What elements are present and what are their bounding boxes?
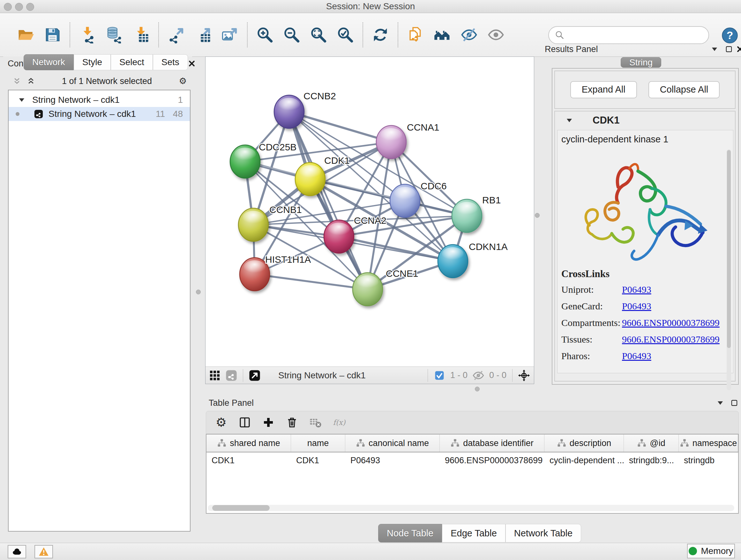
open-file-icon[interactable] <box>17 26 35 44</box>
node-CCNE1[interactable] <box>353 273 383 306</box>
help-button[interactable]: ? <box>721 27 738 44</box>
cell[interactable]: cyclin-dependent ... <box>544 455 624 465</box>
tab-string[interactable]: String <box>621 57 661 68</box>
import-network-icon[interactable] <box>78 26 96 44</box>
table-gear-icon[interactable]: ⚙ <box>214 415 228 430</box>
collapse-all-button[interactable]: Collapse All <box>649 81 720 98</box>
tab-sets[interactable]: Sets <box>153 54 188 70</box>
node-RB1[interactable] <box>452 199 482 233</box>
cell[interactable]: 9606.ENSP00000378699 <box>440 455 544 465</box>
crosslink-value-link[interactable]: 9606.ENSP00000378699 <box>622 334 720 345</box>
crosslinks-title: CrossLinks <box>561 268 720 280</box>
network-options-gear-icon[interactable]: ⚙ <box>178 76 188 86</box>
selected-checkbox-icon[interactable] <box>433 369 446 382</box>
column-header-name[interactable]: name <box>291 435 345 452</box>
results-menu-icon[interactable] <box>709 44 720 55</box>
zoom-out-icon[interactable] <box>283 26 300 44</box>
node-CCNA1[interactable] <box>376 125 406 159</box>
node-CDKN1A[interactable] <box>438 245 468 278</box>
tab-node-table[interactable]: Node Table <box>378 524 442 543</box>
right-splitter-handle[interactable] <box>535 213 540 218</box>
fit-content-crosshair-icon[interactable] <box>517 369 531 382</box>
expand-all-button[interactable]: Expand All <box>570 81 637 98</box>
crosslink-value-link[interactable]: 9606.ENSP00000378699 <box>622 317 720 328</box>
clone-network-icon[interactable] <box>407 26 424 44</box>
crosslink-value-link[interactable]: P06493 <box>622 351 720 361</box>
cloud-button[interactable] <box>8 545 26 558</box>
refresh-layout-icon[interactable] <box>372 26 389 44</box>
network-view[interactable]: CCNB2CCNA1CDC25BCDK1CDC6RB1CCNB1CCNA2CDK… <box>205 57 534 384</box>
tab-select[interactable]: Select <box>111 54 153 70</box>
collapse-collection-icon[interactable] <box>17 95 26 105</box>
hide-selected-icon[interactable] <box>460 26 478 44</box>
node-CDC6[interactable] <box>390 184 420 217</box>
table-plus-icon[interactable] <box>261 415 276 430</box>
table-float-icon[interactable] <box>729 397 740 408</box>
node-CCNB2[interactable] <box>274 95 304 128</box>
table-horizontal-scrollbar[interactable] <box>208 505 734 511</box>
import-database-icon[interactable] <box>105 26 123 44</box>
column-header-canonical-name[interactable]: canonical name <box>345 435 440 452</box>
table-close-icon[interactable] <box>740 397 741 408</box>
export-network-icon[interactable] <box>167 26 185 44</box>
node-CCNA2[interactable] <box>324 220 354 253</box>
node-CDK1[interactable] <box>295 163 325 196</box>
column-header--id[interactable]: @id <box>624 435 679 452</box>
search-input[interactable] <box>565 28 709 42</box>
export-image-icon[interactable] <box>221 26 239 44</box>
collapse-gene-icon[interactable] <box>564 116 574 125</box>
cell[interactable]: CDK1 <box>206 455 291 465</box>
table-header-row: shared namenamecanonical namedatabase id… <box>206 435 738 452</box>
tab-style[interactable]: Style <box>74 54 111 70</box>
table-menu-icon[interactable] <box>715 397 726 408</box>
table-trash-icon[interactable] <box>285 415 299 430</box>
close-panel-icon[interactable] <box>186 58 197 69</box>
node-CCNB1[interactable] <box>238 208 268 241</box>
table-row[interactable]: CDK1CDK1P064939606.ENSP00000378699cyclin… <box>206 452 738 469</box>
column-header-namespace[interactable]: namespace <box>679 435 738 452</box>
cell[interactable]: CDK1 <box>291 455 345 465</box>
cell[interactable]: stringdb <box>679 455 738 465</box>
tab-network[interactable]: Network <box>23 54 74 70</box>
node-table[interactable]: shared namenamecanonical namedatabase id… <box>206 434 739 514</box>
warnings-button[interactable] <box>35 545 53 558</box>
column-header-description[interactable]: description <box>544 435 624 452</box>
network-collection-row[interactable]: String Network – cdk1 1 <box>9 93 190 107</box>
crosslink-value-link[interactable]: P06493 <box>622 301 720 312</box>
open-in-window-icon[interactable] <box>248 369 261 382</box>
export-table-icon[interactable] <box>194 26 212 44</box>
zoom-fit-icon[interactable] <box>310 26 327 44</box>
table-columns-icon[interactable] <box>238 415 252 430</box>
expand-all-networks-icon[interactable] <box>12 76 22 86</box>
tab-edge-table[interactable]: Edge Table <box>442 524 506 543</box>
network-canvas[interactable]: CCNB2CCNA1CDC25BCDK1CDC6RB1CCNB1CCNA2CDK… <box>205 57 535 368</box>
network-share-icon[interactable] <box>225 369 238 382</box>
zoom-in-icon[interactable] <box>256 26 274 44</box>
cell[interactable]: stringdb:9... <box>624 455 679 465</box>
column-header-database-identifier[interactable]: database identifier <box>440 435 544 452</box>
birdseye-grid-icon[interactable] <box>208 369 221 382</box>
network-row-selected[interactable]: String Network – cdk1 11 48 <box>9 107 190 121</box>
horizontal-splitter-handle[interactable] <box>475 387 480 391</box>
left-splitter-handle[interactable] <box>196 290 201 294</box>
zoom-selected-icon[interactable] <box>336 26 354 44</box>
table-fx-icon[interactable]: f(x) <box>332 415 347 430</box>
results-scrollbar[interactable] <box>727 149 731 390</box>
home-networks-icon[interactable] <box>433 26 451 44</box>
toolbar-separator <box>362 22 363 47</box>
cell[interactable]: P06493 <box>345 455 440 465</box>
memory-button[interactable]: Memory <box>687 544 735 558</box>
crosslink-value-link[interactable]: P06493 <box>622 284 720 295</box>
table-table-delete-icon[interactable] <box>308 415 323 430</box>
edge-CCNB2-CCNA1[interactable] <box>289 112 391 142</box>
results-close-icon[interactable] <box>735 44 741 55</box>
collapse-all-networks-icon[interactable] <box>26 76 36 86</box>
edge-CCNE1-HIST1H1A[interactable] <box>255 274 367 289</box>
show-all-icon[interactable] <box>487 26 505 44</box>
tab-network-table[interactable]: Network Table <box>506 524 581 543</box>
save-session-icon[interactable] <box>44 26 61 44</box>
import-table-icon[interactable] <box>132 26 150 44</box>
node-CDC25B[interactable] <box>230 145 260 178</box>
results-float-icon[interactable] <box>724 44 734 55</box>
column-header-shared-name[interactable]: shared name <box>206 435 291 452</box>
